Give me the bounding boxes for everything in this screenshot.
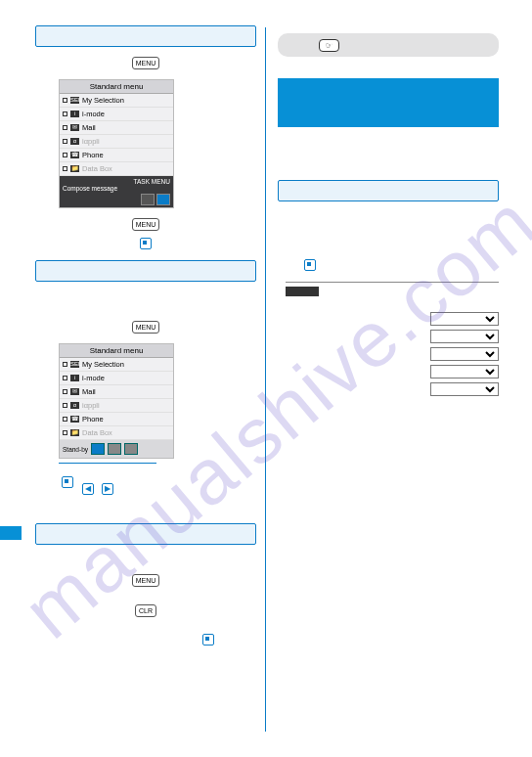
menu-key-icon: MENU (132, 218, 160, 231)
section-heading-solid (278, 78, 499, 127)
menu-key-icon: MENU (132, 57, 160, 69)
menu-key-icon: MENU (132, 574, 160, 587)
phone-title: Standard menu (60, 344, 173, 358)
menu-item: ☎Phone (60, 413, 173, 426)
section-heading-1 (35, 25, 256, 47)
select-key-icon (304, 259, 316, 271)
phone-screen-1: Standard menu SELMy Selection ii-mode ✉M… (59, 79, 174, 208)
section-heading-2 (35, 260, 256, 282)
menu-item: ii-mode (60, 372, 173, 385)
column-divider (265, 27, 266, 732)
phone-screen-2: Standard menu SELMy Selection ii-mode ✉M… (59, 343, 174, 459)
page-tab (0, 526, 22, 540)
menu-item: SELMy Selection (60, 94, 173, 108)
dropdown-3[interactable] (430, 347, 499, 361)
select-key-icon (140, 238, 152, 249)
dropdown-2[interactable] (430, 330, 499, 343)
section-heading-3 (35, 523, 256, 545)
menu-item: αiαppli (60, 399, 173, 413)
select-key-icon (62, 476, 73, 488)
left-column: MENU Standard menu SELMy Selection ii-mo… (35, 20, 256, 650)
end-key-icon: ☞ (319, 39, 339, 52)
menu-item: ✉Mail (60, 385, 173, 399)
key-instruction-bar: ☞ (278, 33, 499, 57)
settings-form (286, 282, 499, 396)
right-arrow-icon: ▶ (102, 483, 113, 495)
dropdown-4[interactable] (430, 365, 499, 378)
phone-title: Standard menu (60, 80, 173, 94)
menu-item: SELMy Selection (60, 358, 173, 372)
form-field-label (286, 287, 319, 296)
menu-item: ☎Phone (60, 149, 173, 162)
left-arrow-icon: ◀ (82, 483, 94, 495)
menu-key-icon: MENU (132, 321, 160, 334)
menu-item: 📁Data Box (60, 426, 173, 440)
menu-item: ii-mode (60, 108, 173, 121)
menu-item: ✉Mail (60, 121, 173, 135)
section-heading-4 (278, 180, 499, 201)
dropdown-5[interactable] (430, 382, 499, 396)
phone-footer: TASK MENU Compose message (60, 176, 173, 207)
clr-key-icon: CLR (135, 604, 156, 617)
right-column: ☞ (278, 20, 499, 402)
dropdown-1[interactable] (430, 312, 499, 326)
menu-item: 📁Data Box (60, 162, 173, 176)
menu-item: αiαppli (60, 135, 173, 149)
phone-footer-2: Stand-by (60, 440, 173, 458)
select-key-icon (202, 634, 214, 646)
